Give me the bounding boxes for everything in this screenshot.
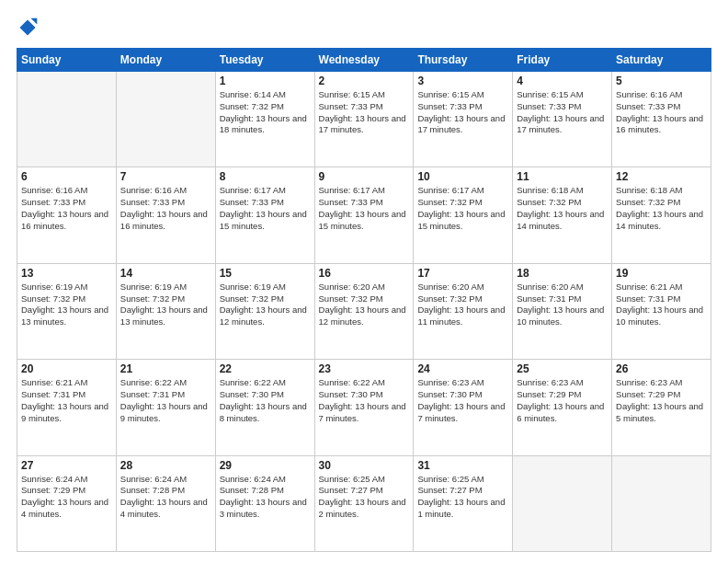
day-number: 23: [319, 362, 410, 375]
week-row-0: 1Sunrise: 6:14 AM Sunset: 7:32 PM Daylig…: [17, 72, 711, 167]
day-info: Sunrise: 6:17 AM Sunset: 7:32 PM Dayligh…: [417, 185, 508, 232]
day-number: 17: [417, 267, 508, 280]
day-info: Sunrise: 6:23 AM Sunset: 7:29 PM Dayligh…: [616, 377, 707, 424]
calendar-cell: 2Sunrise: 6:15 AM Sunset: 7:33 PM Daylig…: [314, 72, 414, 167]
day-number: 9: [319, 170, 410, 183]
day-number: 14: [120, 267, 211, 280]
calendar-cell: [612, 455, 711, 551]
day-number: 19: [616, 267, 707, 280]
weekday-header-thursday: Thursday: [414, 49, 513, 72]
day-number: 5: [616, 75, 707, 87]
calendar-cell: 25Sunrise: 6:23 AM Sunset: 7:29 PM Dayli…: [513, 360, 612, 455]
calendar-cell: 22Sunrise: 6:22 AM Sunset: 7:30 PM Dayli…: [215, 360, 314, 455]
calendar-cell: 4Sunrise: 6:15 AM Sunset: 7:33 PM Daylig…: [513, 72, 612, 167]
calendar-cell: 23Sunrise: 6:22 AM Sunset: 7:30 PM Dayli…: [314, 360, 414, 455]
day-info: Sunrise: 6:20 AM Sunset: 7:32 PM Dayligh…: [417, 282, 508, 328]
day-number: 25: [517, 362, 608, 375]
day-number: 28: [120, 459, 211, 472]
day-number: 12: [616, 170, 707, 183]
weekday-header-saturday: Saturday: [612, 49, 711, 72]
day-number: 18: [517, 267, 608, 280]
day-number: 24: [417, 362, 508, 375]
svg-marker-1: [30, 18, 37, 25]
day-number: 8: [220, 170, 311, 183]
calendar-cell: 28Sunrise: 6:24 AM Sunset: 7:28 PM Dayli…: [116, 455, 215, 551]
calendar: SundayMondayTuesdayWednesdayThursdayFrid…: [17, 48, 711, 552]
day-info: Sunrise: 6:19 AM Sunset: 7:32 PM Dayligh…: [120, 282, 211, 328]
day-info: Sunrise: 6:17 AM Sunset: 7:33 PM Dayligh…: [220, 185, 311, 232]
day-number: 30: [319, 459, 410, 472]
week-row-1: 6Sunrise: 6:16 AM Sunset: 7:33 PM Daylig…: [17, 167, 711, 263]
day-info: Sunrise: 6:21 AM Sunset: 7:31 PM Dayligh…: [21, 377, 112, 424]
day-info: Sunrise: 6:22 AM Sunset: 7:30 PM Dayligh…: [220, 377, 311, 424]
calendar-cell: 7Sunrise: 6:16 AM Sunset: 7:33 PM Daylig…: [116, 167, 215, 263]
day-number: 2: [319, 75, 410, 87]
day-info: Sunrise: 6:17 AM Sunset: 7:33 PM Dayligh…: [319, 185, 410, 232]
calendar-cell: 24Sunrise: 6:23 AM Sunset: 7:30 PM Dayli…: [414, 360, 513, 455]
day-number: 15: [220, 267, 311, 280]
day-info: Sunrise: 6:15 AM Sunset: 7:33 PM Dayligh…: [319, 89, 410, 136]
calendar-cell: 10Sunrise: 6:17 AM Sunset: 7:32 PM Dayli…: [414, 167, 513, 263]
weekday-header-row: SundayMondayTuesdayWednesdayThursdayFrid…: [17, 49, 711, 72]
day-info: Sunrise: 6:21 AM Sunset: 7:31 PM Dayligh…: [616, 282, 707, 328]
calendar-cell: 27Sunrise: 6:24 AM Sunset: 7:29 PM Dayli…: [17, 455, 117, 551]
day-info: Sunrise: 6:20 AM Sunset: 7:32 PM Dayligh…: [319, 282, 410, 328]
calendar-cell: [17, 72, 117, 167]
day-number: 22: [220, 362, 311, 375]
day-info: Sunrise: 6:15 AM Sunset: 7:33 PM Dayligh…: [417, 89, 508, 136]
calendar-cell: 31Sunrise: 6:25 AM Sunset: 7:27 PM Dayli…: [414, 455, 513, 551]
day-number: 31: [417, 459, 508, 472]
calendar-cell: 9Sunrise: 6:17 AM Sunset: 7:33 PM Daylig…: [314, 167, 414, 263]
day-number: 26: [616, 362, 707, 375]
calendar-cell: 30Sunrise: 6:25 AM Sunset: 7:27 PM Dayli…: [314, 455, 414, 551]
week-row-3: 20Sunrise: 6:21 AM Sunset: 7:31 PM Dayli…: [17, 360, 711, 455]
calendar-cell: 26Sunrise: 6:23 AM Sunset: 7:29 PM Dayli…: [612, 360, 711, 455]
calendar-cell: 6Sunrise: 6:16 AM Sunset: 7:33 PM Daylig…: [17, 167, 117, 263]
calendar-cell: 16Sunrise: 6:20 AM Sunset: 7:32 PM Dayli…: [314, 263, 414, 359]
calendar-cell: 5Sunrise: 6:16 AM Sunset: 7:33 PM Daylig…: [612, 72, 711, 167]
day-info: Sunrise: 6:25 AM Sunset: 7:27 PM Dayligh…: [319, 474, 410, 521]
weekday-header-tuesday: Tuesday: [215, 49, 314, 72]
day-info: Sunrise: 6:16 AM Sunset: 7:33 PM Dayligh…: [120, 185, 211, 232]
day-info: Sunrise: 6:19 AM Sunset: 7:32 PM Dayligh…: [21, 282, 112, 328]
calendar-cell: 18Sunrise: 6:20 AM Sunset: 7:31 PM Dayli…: [513, 263, 612, 359]
calendar-cell: [513, 455, 612, 551]
day-info: Sunrise: 6:18 AM Sunset: 7:32 PM Dayligh…: [517, 185, 608, 232]
calendar-cell: 17Sunrise: 6:20 AM Sunset: 7:32 PM Dayli…: [414, 263, 513, 359]
day-number: 27: [21, 459, 112, 472]
day-number: 4: [517, 75, 608, 87]
header: [17, 17, 711, 39]
weekday-header-sunday: Sunday: [17, 49, 117, 72]
day-info: Sunrise: 6:22 AM Sunset: 7:31 PM Dayligh…: [120, 377, 211, 424]
calendar-cell: 12Sunrise: 6:18 AM Sunset: 7:32 PM Dayli…: [612, 167, 711, 263]
day-number: 1: [220, 75, 311, 87]
day-info: Sunrise: 6:23 AM Sunset: 7:30 PM Dayligh…: [417, 377, 508, 424]
day-info: Sunrise: 6:14 AM Sunset: 7:32 PM Dayligh…: [220, 89, 311, 136]
calendar-cell: 21Sunrise: 6:22 AM Sunset: 7:31 PM Dayli…: [116, 360, 215, 455]
day-info: Sunrise: 6:24 AM Sunset: 7:28 PM Dayligh…: [220, 474, 311, 521]
calendar-cell: 19Sunrise: 6:21 AM Sunset: 7:31 PM Dayli…: [612, 263, 711, 359]
calendar-cell: 20Sunrise: 6:21 AM Sunset: 7:31 PM Dayli…: [17, 360, 117, 455]
day-number: 20: [21, 362, 112, 375]
day-number: 10: [417, 170, 508, 183]
day-number: 3: [417, 75, 508, 87]
weekday-header-monday: Monday: [116, 49, 215, 72]
day-number: 21: [120, 362, 211, 375]
weekday-header-wednesday: Wednesday: [314, 49, 414, 72]
day-number: 13: [21, 267, 112, 280]
day-number: 29: [220, 459, 311, 472]
day-info: Sunrise: 6:16 AM Sunset: 7:33 PM Dayligh…: [21, 185, 112, 232]
calendar-cell: 3Sunrise: 6:15 AM Sunset: 7:33 PM Daylig…: [414, 72, 513, 167]
day-number: 7: [120, 170, 211, 183]
week-row-2: 13Sunrise: 6:19 AM Sunset: 7:32 PM Dayli…: [17, 263, 711, 359]
calendar-cell: 13Sunrise: 6:19 AM Sunset: 7:32 PM Dayli…: [17, 263, 117, 359]
calendar-cell: 1Sunrise: 6:14 AM Sunset: 7:32 PM Daylig…: [215, 72, 314, 167]
page: SundayMondayTuesdayWednesdayThursdayFrid…: [0, 0, 728, 563]
calendar-cell: 11Sunrise: 6:18 AM Sunset: 7:32 PM Dayli…: [513, 167, 612, 263]
day-info: Sunrise: 6:25 AM Sunset: 7:27 PM Dayligh…: [417, 474, 508, 521]
day-info: Sunrise: 6:24 AM Sunset: 7:28 PM Dayligh…: [120, 474, 211, 521]
day-number: 11: [517, 170, 608, 183]
day-info: Sunrise: 6:18 AM Sunset: 7:32 PM Dayligh…: [616, 185, 707, 232]
day-info: Sunrise: 6:22 AM Sunset: 7:30 PM Dayligh…: [319, 377, 410, 424]
calendar-cell: [116, 72, 215, 167]
